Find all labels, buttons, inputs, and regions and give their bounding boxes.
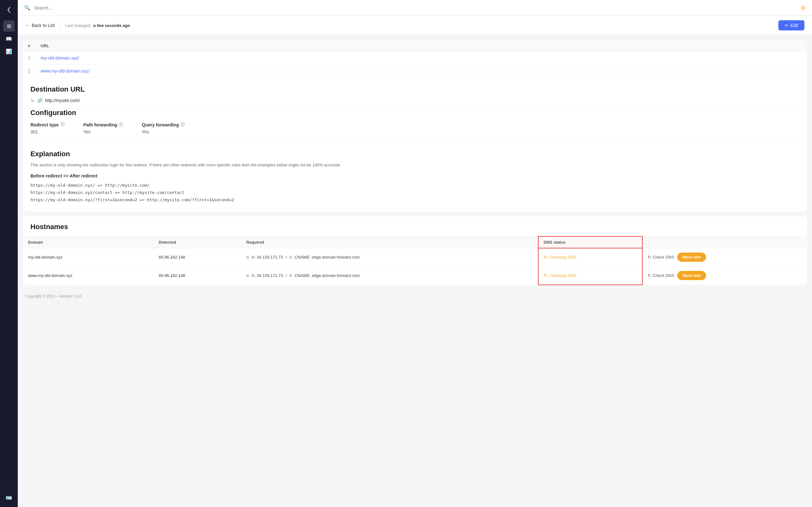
hostnames-col-1: Detected — [154, 236, 241, 248]
explanation-examples: https://my-old-domain.xyz/ => http://mys… — [31, 181, 799, 204]
hostname-required-cname: CNAME: edge.domain-forward.com — [295, 273, 360, 278]
dns-spinner-icon: ↻ — [544, 273, 548, 278]
hostnames-table-row: my-old-domain.xyz 66.96.162.148 ⧉ A: 34.… — [23, 248, 807, 267]
hostnames-col-4 — [642, 236, 807, 248]
back-to-list-button[interactable]: ← Back to List — [26, 23, 60, 28]
content-area: ← Back to List Last changed: a few secon… — [18, 16, 812, 507]
hostnames-table-row: www.my-old-domain.xyz 66.96.162.148 ⧉ A:… — [23, 267, 807, 285]
edit-icon: ✏ — [785, 23, 789, 28]
url-row-num: 2 — [23, 65, 36, 78]
config-field-label: Path forwarding ⓘ — [84, 122, 123, 127]
url-table-row: 2 www.my-old-domain.xyz/ — [23, 65, 807, 78]
config-grid: Redirect type ⓘ 301 Path forwarding ⓘ Ye… — [31, 122, 799, 134]
last-changed-value: a few seconds ago — [93, 23, 130, 28]
url-row-url: www.my-old-domain.xyz/ — [36, 65, 807, 78]
sidebar-item-analytics[interactable]: 📊 — [3, 46, 14, 57]
config-field-value: 301 — [31, 129, 64, 134]
hostnames-col-2: Required — [241, 236, 538, 248]
header-bar: ← Back to List Last changed: a few secon… — [18, 16, 812, 35]
hostname-detected: 66.96.162.148 — [154, 267, 241, 285]
sidebar-toggle[interactable]: ❮ — [3, 4, 14, 15]
config-field: Query forwarding ⓘ Yes — [142, 122, 185, 134]
hostname-dns-status: ↻ Checking DNS — [538, 267, 643, 285]
config-title: Configuration — [31, 109, 799, 117]
back-label: Back to List — [32, 23, 55, 28]
hostnames-card: Hostnames DomainDetectedRequiredDNS stat… — [23, 216, 807, 285]
hostname-domain: www.my-old-domain.xyz — [23, 267, 154, 285]
more-info-button[interactable]: More info — [677, 271, 706, 280]
footer: Copyright © 2023 – Version 1.0.0 — [18, 290, 812, 302]
hostname-required-cname: CNAME: edge.domain-forward.com — [295, 255, 360, 260]
copy-a-icon[interactable]: ⧉ — [246, 255, 249, 260]
explanation-title: Explanation — [31, 150, 799, 158]
dns-checking-text: Checking DNS — [549, 255, 576, 260]
url-row-num: 1 — [23, 52, 36, 65]
config-field-label: Redirect type ⓘ — [31, 122, 64, 127]
refresh-icon: ↻ — [648, 255, 651, 260]
check-dns-label: Check DNS — [653, 273, 674, 278]
configuration-section: Configuration Redirect type ⓘ 301 Path f… — [23, 109, 807, 142]
explanation-section: Explanation This section is only showing… — [23, 142, 807, 211]
hostname-required-a: A: 34.159.171.73 — [252, 255, 283, 260]
hostname-actions: ↻ Check DNS More info — [642, 248, 807, 267]
hostname-dns-status: ↻ Checking DNS — [538, 248, 643, 267]
url-link[interactable]: www.my-old-domain.xyz/ — [41, 68, 90, 73]
gear-icon[interactable]: ⚙ — [801, 5, 806, 11]
sidebar-bottom: 🪪 — [3, 484, 14, 503]
url-table-row: 1 my-old-domain.xyz/ — [23, 52, 807, 65]
dns-spinner-icon: ↻ — [544, 255, 548, 260]
explanation-example: https://my-old-domain.xyz/ => http://mys… — [31, 181, 799, 189]
more-info-button[interactable]: More info — [677, 252, 706, 262]
destination-title: Destination URL — [31, 85, 799, 94]
hostname-actions: ↻ Check DNS More info — [642, 267, 807, 285]
hostname-domain: my-old-domain.xyz — [23, 248, 154, 267]
hostnames-col-3: DNS status — [538, 236, 643, 248]
sidebar-item-docs[interactable]: 📖 — [3, 33, 14, 44]
url-table-col-url: URL — [36, 40, 807, 52]
hostname-required: ⧉ A: 34.159.171.73 / ⧉ CNAME: edge.domai… — [241, 248, 538, 267]
destination-section: Destination URL ↳ 🔗 http://mysite.com/ — [23, 78, 807, 108]
main-area: 🔍 ⚙ ← Back to List Last changed: a few s… — [18, 0, 812, 507]
copy-cname-icon[interactable]: ⧉ — [289, 274, 292, 278]
config-field: Path forwarding ⓘ Yes — [84, 122, 123, 134]
config-field-label: Query forwarding ⓘ — [142, 122, 185, 127]
url-link[interactable]: my-old-domain.xyz/ — [41, 55, 79, 60]
hostnames-col-0: Domain — [23, 236, 154, 248]
url-table: # URL 1 my-old-domain.xyz/ 2 www.my-old-… — [23, 40, 807, 78]
search-input[interactable] — [34, 5, 797, 10]
edit-button[interactable]: ✏ Edit — [778, 20, 804, 31]
url-row-url: my-old-domain.xyz/ — [36, 52, 807, 65]
sidebar: ❮ ⊞ 📖 📊 🪪 — [0, 0, 18, 507]
back-arrow-icon: ← — [26, 23, 30, 28]
last-changed-label: Last changed: a few seconds ago — [60, 23, 130, 28]
destination-url: http://mysite.com/ — [45, 98, 80, 103]
hostname-required-a: A: 34.159.171.73 — [252, 273, 283, 278]
sidebar-item-dashboard[interactable]: ⊞ — [3, 20, 14, 32]
check-dns-button[interactable]: ↻ Check DNS — [648, 255, 674, 260]
hostnames-title: Hostnames — [23, 216, 807, 236]
destination-arrow-icon: ↳ — [31, 97, 35, 103]
sidebar-divider — [4, 487, 14, 487]
info-icon[interactable]: ⓘ — [181, 122, 185, 127]
config-field: Redirect type ⓘ 301 — [31, 122, 64, 134]
topbar: 🔍 ⚙ — [18, 0, 812, 16]
copy-a-icon[interactable]: ⧉ — [246, 274, 249, 278]
config-field-value: Yes — [84, 129, 123, 134]
topbar-right: ⚙ — [801, 4, 806, 11]
hostname-detected: 66.96.162.148 — [154, 248, 241, 267]
check-dns-button[interactable]: ↻ Check DNS — [648, 273, 674, 278]
info-icon[interactable]: ⓘ — [119, 122, 123, 127]
hostnames-table: DomainDetectedRequiredDNS status my-old-… — [23, 236, 807, 285]
sidebar-item-account[interactable]: 🪪 — [3, 492, 14, 503]
url-table-col-num: # — [23, 40, 36, 52]
refresh-icon: ↻ — [648, 273, 651, 278]
info-icon[interactable]: ⓘ — [61, 122, 64, 127]
explanation-description: This section is only showing the redirec… — [31, 162, 799, 168]
hostname-required: ⧉ A: 34.159.171.73 / ⧉ CNAME: edge.domai… — [241, 267, 538, 285]
check-dns-label: Check DNS — [653, 255, 674, 260]
explanation-example: https://my-old-domain.xyz/contact => htt… — [31, 189, 799, 196]
explanation-subtitle: Before redirect => After redirect — [31, 173, 799, 178]
copy-cname-icon[interactable]: ⧉ — [289, 255, 292, 260]
config-field-value: Yes — [142, 129, 185, 134]
search-icon: 🔍 — [24, 5, 31, 11]
